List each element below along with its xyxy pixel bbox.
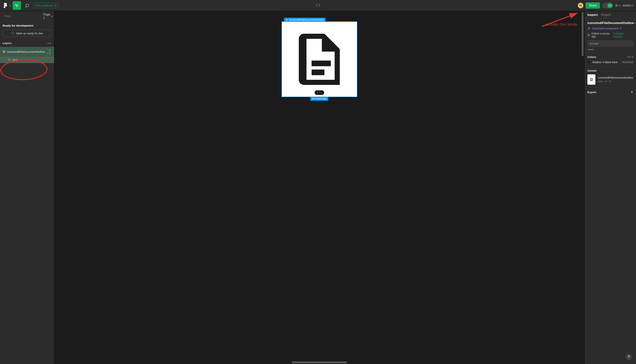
zoom-value: 8348% — [622, 4, 631, 7]
layer-info-header: icons/mdiFileDocumentOutline ••• — [584, 19, 636, 26]
dev-brackets-icon — [11, 32, 15, 35]
edited-row: Edited a minute ago Compare changes — [584, 31, 636, 40]
color-value: #1B1B1B — [622, 61, 633, 64]
chevron-down-icon: ▾ — [619, 4, 620, 7]
add-export-icon[interactable]: + — [631, 90, 633, 94]
width-constraint-badge: W Fixed 5px — [310, 97, 328, 101]
assets-heading: Assets — [587, 69, 596, 72]
comments-tool-button[interactable] — [23, 1, 31, 10]
frame-hash-icon — [286, 19, 288, 21]
asset-thumbnail — [587, 74, 595, 85]
file-document-outline-icon — [289, 28, 350, 90]
vector-icon — [8, 58, 11, 62]
right-panel: Inspect Plugins icons/mdiFileDocumentOut… — [584, 11, 636, 364]
compare-changes-link[interactable]: Compare changes — [613, 32, 633, 38]
layer-dims: · 5 × 5 — [47, 48, 52, 55]
svg-rect-5 — [591, 80, 592, 80]
left-panel: Page 1 ▾ Ready for development Mark as r… — [0, 11, 54, 364]
edited-label: Edited a minute ago — [591, 32, 613, 38]
svg-rect-1 — [3, 51, 5, 53]
layers-menu-icon[interactable]: ••• — [48, 42, 52, 45]
canvas-scrollbar-vertical[interactable] — [582, 12, 583, 56]
external-link-icon — [54, 4, 57, 7]
code-scrollbar[interactable] — [587, 49, 594, 50]
asset-sub: Icon · 5 × 5 — [598, 80, 633, 83]
color-row[interactable]: shades/--v-black-base #1B1B1B — [587, 58, 633, 64]
share-button[interactable]: Share — [586, 2, 600, 9]
frame-icon — [3, 50, 6, 53]
asset-name: icons/mdiFileDocumentOutline — [598, 76, 633, 79]
export-section: Export + — [584, 87, 636, 97]
svg-rect-3 — [312, 69, 324, 75]
chevron-down-icon: ▾ — [632, 56, 633, 58]
layers-heading: Layers — [3, 42, 12, 45]
detached-component-icon — [587, 27, 590, 30]
beta-feedback-label: Beta feedback — [35, 4, 53, 7]
layer-title: icons/mdiFileDocumentOutline — [587, 21, 633, 25]
tab-plugins[interactable]: Plugins — [601, 13, 611, 16]
chevron-down-icon: ▾ — [632, 4, 633, 7]
toolbar-right: M Share ▾ 8348% ▾ — [578, 2, 633, 9]
svg-rect-2 — [312, 60, 331, 66]
export-heading: Export — [587, 90, 596, 94]
color-name: shades/--v-black-base — [592, 61, 618, 64]
chevron-down-icon: ▾ — [620, 27, 621, 30]
layer-label: icons/mdiFileDocumentOutline — [8, 50, 45, 53]
help-button[interactable]: ? — [626, 354, 632, 360]
beta-feedback-button[interactable]: Beta feedback — [33, 3, 59, 8]
layer-label: icon — [13, 58, 18, 62]
color-unit-selector[interactable]: Hex ▾ — [627, 56, 633, 58]
dev-mode-toggle[interactable] — [602, 2, 613, 8]
frame-label-text: icons/mdiFileDocumentOutline — [289, 18, 324, 21]
chevron-down-icon: ▾ — [51, 15, 52, 18]
page-selector[interactable]: Page 1 ▾ — [43, 13, 52, 20]
colors-heading: Colors — [587, 55, 596, 58]
color-swatch — [587, 61, 590, 64]
chevron-down-icon[interactable]: ▾ — [10, 4, 11, 7]
mark-ready-button[interactable]: Mark as ready for dev — [3, 30, 52, 37]
toolbar-left: ▾ Beta feedback — [3, 1, 59, 10]
layer-row-frame[interactable]: icons/mdiFileDocumentOutline · 5 × 5 — [0, 47, 54, 56]
detached-label: Detached component — [592, 27, 618, 30]
left-inner: Ready for development Mark as ready for … — [0, 22, 54, 63]
selected-frame[interactable]: 1 / 1 W Fixed 5px — [282, 22, 357, 97]
zoom-control[interactable]: 8348% ▾ — [622, 4, 633, 7]
canvas-scrollbar-horizontal[interactable] — [292, 362, 347, 363]
detached-component-row[interactable]: Detached component ▾ — [584, 26, 636, 31]
search-input[interactable] — [5, 14, 41, 18]
page-label: Page 1 — [43, 13, 50, 20]
mark-ready-label: Mark as ready for dev — [16, 32, 43, 35]
canvas-stage: icons/mdiFileDocumentOutline 1 / 1 W Fix… — [54, 11, 584, 364]
assets-section: Assets icons/mdiFileDocumentOutline Icon… — [584, 66, 636, 87]
user-avatar[interactable]: M — [578, 3, 583, 8]
frame-tag[interactable]: icons/mdiFileDocumentOutline — [284, 18, 326, 22]
file-document-outline-icon — [590, 78, 593, 81]
move-tool-button[interactable] — [13, 1, 21, 10]
right-tabs: Inspect Plugins — [584, 11, 636, 19]
colors-section: Colors Hex ▾ shades/--v-black-base #1B1B… — [584, 52, 636, 66]
present-button[interactable]: ▾ — [615, 4, 620, 7]
canvas[interactable]: activate Dev Mode icons/mdiFileDocumentO… — [54, 11, 584, 364]
tab-inspect[interactable]: Inspect — [587, 13, 598, 16]
layer-menu-icon[interactable]: ••• — [633, 22, 636, 25]
svg-rect-4 — [591, 80, 592, 80]
asset-row[interactable]: icons/mdiFileDocumentOutline Icon · 5 × … — [587, 72, 633, 85]
code-icon — [607, 3, 612, 8]
layer-row-icon[interactable]: icon — [0, 56, 54, 63]
dev-mode-center-icon[interactable] — [316, 3, 320, 8]
toolbar-center — [61, 3, 576, 8]
code-snippet-box[interactable]: </svg> — [587, 40, 633, 47]
pager-badge: 1 / 1 — [315, 90, 324, 95]
top-toolbar: ▾ Beta feedback M Share ▾ 8348% — [0, 0, 636, 11]
search-row: Page 1 ▾ — [0, 11, 54, 22]
ready-heading: Ready for development — [0, 22, 54, 28]
layers-heading-row: Layers ••• — [0, 39, 54, 47]
main-row: Page 1 ▾ Ready for development Mark as r… — [0, 11, 636, 364]
edited-info: Edited a minute ago — [587, 32, 613, 38]
history-icon — [587, 34, 590, 36]
figma-logo-icon[interactable] — [3, 3, 8, 8]
